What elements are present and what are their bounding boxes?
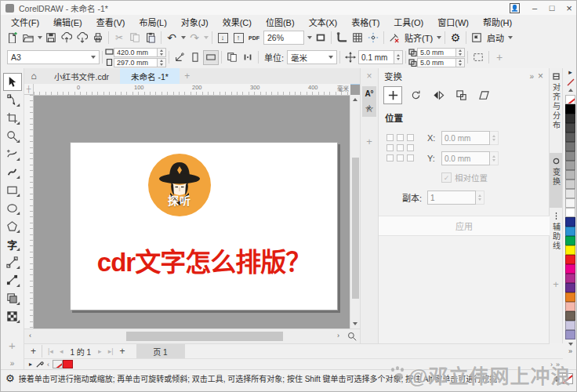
menu-item[interactable]: 窗口(W) (430, 15, 476, 29)
color-swatch[interactable] (565, 255, 575, 264)
freehand-tool[interactable] (3, 145, 22, 163)
document-tab-active[interactable]: 未命名 -1* (120, 68, 180, 84)
palette-pen-icon[interactable] (566, 78, 575, 87)
cloud-upload-icon[interactable] (59, 31, 74, 45)
color-swatch[interactable] (565, 302, 575, 311)
transform-size-button[interactable] (452, 86, 470, 104)
menu-item[interactable]: 布局(L) (132, 15, 173, 29)
print-button[interactable] (90, 31, 106, 45)
docker-tab-align[interactable]: 对齐与分布 (550, 68, 562, 153)
page-tab[interactable]: 页 1 (136, 344, 185, 359)
shadow-tool[interactable] (3, 289, 22, 307)
relative-position-checkbox[interactable]: ✓ (441, 172, 452, 183)
color-swatch[interactable] (565, 189, 575, 198)
doc-palette-left-arrow[interactable]: ‹ (47, 361, 49, 368)
docker-tab-transform[interactable]: 变换 (550, 153, 562, 208)
duplicate-x-spinner[interactable] (456, 48, 465, 57)
color-swatch[interactable] (565, 330, 575, 339)
color-swatch[interactable] (565, 208, 575, 217)
undo-dropdown[interactable] (180, 31, 187, 45)
palette-scroll-up[interactable] (568, 89, 573, 92)
palette-flyout-icon[interactable]: ▸ (563, 68, 577, 76)
cloud-download-icon[interactable] (74, 31, 90, 45)
account-icon[interactable]: 👤 (510, 3, 520, 13)
landscape-button[interactable] (203, 50, 219, 65)
snap-to-dropdown[interactable] (435, 31, 442, 45)
color-swatch[interactable] (565, 274, 575, 283)
zoom-level-combo[interactable]: 26% (263, 31, 304, 45)
duplicate-x-field[interactable] (417, 48, 456, 57)
strip-add-icon[interactable]: + (361, 136, 378, 147)
rectangle-tool[interactable] (3, 181, 22, 199)
color-swatch[interactable] (565, 264, 575, 274)
palette-expand-icon[interactable]: » (563, 347, 577, 355)
color-swatch[interactable] (565, 217, 575, 227)
add-page-after-button[interactable]: + (116, 346, 128, 357)
connector-tool[interactable] (3, 271, 22, 289)
new-document-tab-button[interactable]: + (180, 71, 195, 82)
menu-item[interactable]: 对象(J) (174, 15, 216, 29)
anchor-point-grid[interactable] (386, 134, 414, 162)
paste-button[interactable] (143, 31, 158, 45)
color-swatch[interactable] (565, 245, 575, 255)
launch-button[interactable]: 启动 (484, 31, 506, 44)
text-options-icon[interactable]: A° (365, 89, 373, 98)
menu-item[interactable]: 文件(F) (4, 15, 46, 29)
export-button[interactable]: ↑ (230, 31, 246, 45)
nudge-distance-field[interactable] (358, 50, 394, 64)
no-color-swatch[interactable] (565, 95, 575, 104)
menu-item[interactable]: 查看(V) (89, 15, 132, 29)
menu-item[interactable]: 工具(O) (386, 15, 430, 29)
horizontal-scroll-thumb[interactable] (126, 332, 283, 341)
ellipse-tool[interactable] (3, 199, 22, 217)
pdf-icon[interactable]: PDF (246, 31, 262, 45)
color-swatch[interactable] (63, 360, 73, 368)
add-page-button[interactable]: + (27, 346, 39, 357)
color-swatch[interactable] (565, 180, 575, 189)
docker-add-tab-button[interactable]: + (550, 278, 562, 290)
vertical-scrollbar[interactable] (350, 95, 360, 328)
close-button[interactable]: × (561, 2, 577, 14)
zoom-tool[interactable] (3, 127, 22, 145)
mesh-fill-tool[interactable] (3, 307, 22, 325)
polygon-tool[interactable] (3, 217, 22, 235)
color-swatch[interactable] (565, 283, 575, 292)
scroll-left-arrow[interactable]: ‹ (26, 332, 34, 339)
drawing-page[interactable]: 探听 cdr文字怎么排版？ (70, 142, 338, 310)
zoom-level-dropdown[interactable] (306, 31, 313, 45)
star-disabled-icon[interactable]: ☆× (365, 104, 374, 114)
doc-palette-flyout-icon[interactable]: ▸ (29, 361, 32, 368)
vertical-scroll-thumb[interactable] (352, 158, 359, 299)
docker-tab-guidelines[interactable]: 辅助线 (550, 208, 562, 272)
menu-item[interactable]: 编辑(E) (46, 15, 89, 29)
maximize-button[interactable]: □ (543, 3, 561, 13)
snap-off-icon[interactable] (386, 31, 402, 45)
guidelines-toggle[interactable] (365, 31, 381, 45)
page-height-spinner[interactable] (158, 58, 166, 67)
status-gear-icon[interactable]: ⚙ (5, 372, 15, 384)
undo-button[interactable]: ↶ (164, 31, 180, 45)
color-swatch[interactable] (565, 292, 575, 302)
zoom-corner-icon[interactable] (347, 332, 357, 341)
palette-scroll-down[interactable] (568, 343, 573, 346)
eyedropper-icon[interactable] (35, 360, 44, 368)
color-swatch[interactable] (565, 170, 575, 180)
color-swatch[interactable] (565, 104, 575, 114)
artistic-media-tool[interactable] (3, 163, 22, 181)
page-width-spinner[interactable] (158, 48, 166, 57)
menu-item[interactable]: 效果(C) (216, 15, 259, 29)
page-angle-icon[interactable] (172, 50, 187, 65)
grid-toggle[interactable] (350, 31, 365, 45)
crop-tool[interactable] (3, 109, 22, 127)
open-button[interactable] (20, 31, 36, 45)
transform-rotate-button[interactable] (406, 86, 425, 104)
new-document-button[interactable] (5, 31, 20, 45)
logo-badge[interactable]: 探听 (148, 154, 211, 216)
pick-tool[interactable] (3, 73, 22, 91)
page-width-field[interactable] (114, 48, 158, 57)
horizontal-scrollbar[interactable]: ‹ › (24, 328, 360, 343)
menu-item[interactable]: 文本(X) (302, 15, 345, 29)
x-position-field[interactable] (441, 131, 490, 145)
scroll-down-arrow[interactable] (353, 322, 357, 325)
import-button[interactable]: ↓ (215, 31, 230, 45)
